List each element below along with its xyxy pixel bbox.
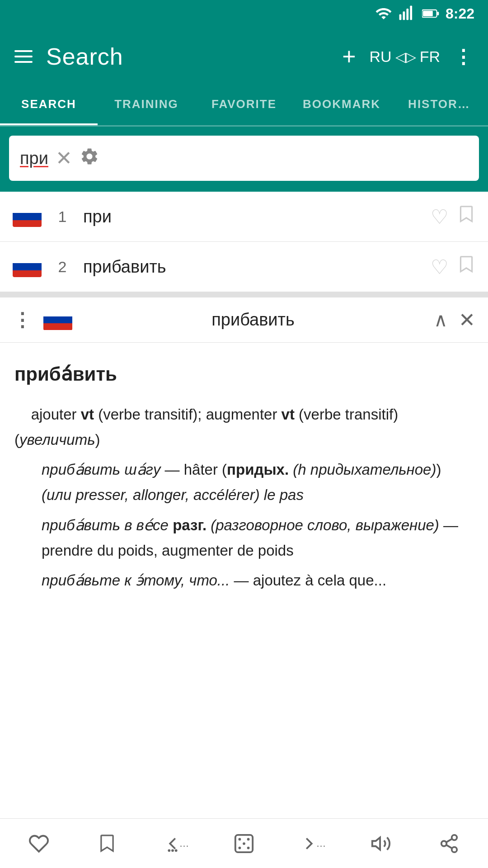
detail-header: ⋮ прибавить ∧ ✕ xyxy=(0,297,488,343)
detail-flag-ru xyxy=(43,310,72,330)
svg-marker-17 xyxy=(372,837,380,849)
result-actions-1: ♡ xyxy=(431,204,475,229)
menu-button[interactable] xyxy=(14,50,33,63)
bottom-favorite-button[interactable] xyxy=(21,833,57,854)
tab-bookmark[interactable]: BOOKMARK xyxy=(293,86,390,125)
search-query[interactable]: при xyxy=(20,149,48,168)
flag-ru-1 xyxy=(13,206,42,227)
bookmark-button-2[interactable] xyxy=(457,255,475,279)
def-example-3: приба́вьте к э́тому, что... — ajoutez à … xyxy=(42,568,474,593)
result-num-2: 2 xyxy=(52,258,72,276)
tab-favorite[interactable]: FAVORITE xyxy=(195,86,293,125)
bottom-back-button[interactable]: … xyxy=(158,833,194,854)
bottom-bar: … … xyxy=(0,818,488,868)
search-settings-button[interactable] xyxy=(80,146,99,170)
result-item-1[interactable]: 1 при ♡ xyxy=(0,192,488,242)
svg-point-14 xyxy=(243,842,245,845)
flag-ru-2 xyxy=(13,256,42,277)
def-headword: приба́вить xyxy=(14,359,474,389)
def-body: ajouter vt (verbe transitif); augmenter … xyxy=(14,402,474,593)
svg-rect-3 xyxy=(410,6,412,20)
search-box: при ✕ xyxy=(9,136,479,181)
definition-content: приба́вить ajouter vt (verbe transitif);… xyxy=(0,343,488,616)
svg-point-20 xyxy=(452,847,457,852)
svg-rect-2 xyxy=(406,9,408,20)
bottom-bookmark-button[interactable] xyxy=(89,833,125,854)
def-main: ajouter vt (verbe transitif); augmenter … xyxy=(14,402,474,453)
svg-point-19 xyxy=(441,841,447,846)
more-options-button[interactable]: ⋮ xyxy=(454,46,474,68)
signal-icon xyxy=(399,5,416,22)
svg-point-13 xyxy=(247,838,250,840)
battery-icon xyxy=(422,5,439,22)
svg-point-8 xyxy=(171,849,174,852)
status-time: 8:22 xyxy=(446,5,474,22)
lang-from: RU xyxy=(370,48,392,66)
def-example-1: приба́вить ша́гу — hâter (придых. (h при… xyxy=(42,457,474,508)
result-word-1: при xyxy=(83,207,420,226)
detail-panel: ⋮ прибавить ∧ ✕ приба́вить ajouter vt (v… xyxy=(0,297,488,616)
tab-training[interactable]: TRAINING xyxy=(98,86,195,125)
svg-rect-1 xyxy=(403,11,405,20)
svg-point-15 xyxy=(239,846,241,849)
status-bar: 8:22 xyxy=(0,0,488,27)
add-button[interactable]: + xyxy=(342,43,356,70)
detail-more-button[interactable]: ⋮ xyxy=(13,312,33,328)
svg-point-10 xyxy=(174,849,177,852)
lang-arrow-icon: ◁▷ xyxy=(395,49,416,65)
svg-point-16 xyxy=(247,846,250,849)
tabs-bar: SEARCH TRAINING FAVORITE BOOKMARK HISTOR… xyxy=(0,86,488,127)
status-icons: 8:22 xyxy=(375,5,474,22)
app-bar: Search + RU ◁▷ FR ⋮ xyxy=(0,27,488,86)
tab-history[interactable]: HISTOR… xyxy=(390,86,488,125)
svg-point-18 xyxy=(452,835,457,840)
svg-rect-6 xyxy=(437,12,439,15)
favorite-button-1[interactable]: ♡ xyxy=(431,205,448,228)
favorite-button-2[interactable]: ♡ xyxy=(431,255,448,278)
wifi-icon xyxy=(375,5,392,22)
result-num-1: 1 xyxy=(52,208,72,226)
bottom-volume-button[interactable] xyxy=(363,833,399,854)
detail-separator xyxy=(0,292,488,297)
results-list: 1 при ♡ 2 прибавить ♡ xyxy=(0,192,488,292)
detail-close-button[interactable]: ✕ xyxy=(459,308,475,331)
svg-line-21 xyxy=(446,844,452,848)
svg-line-22 xyxy=(446,839,452,842)
bookmark-button-1[interactable] xyxy=(457,204,475,229)
def-example-2: приба́вить в ве́се разг. (разговорное сл… xyxy=(42,513,474,563)
detail-collapse-button[interactable]: ∧ xyxy=(434,309,448,331)
search-clear-button[interactable]: ✕ xyxy=(56,148,72,168)
tab-search[interactable]: SEARCH xyxy=(0,86,98,125)
bottom-share-button[interactable] xyxy=(431,833,467,854)
bottom-dice-button[interactable] xyxy=(226,833,262,854)
language-selector[interactable]: RU ◁▷ FR xyxy=(370,48,440,66)
svg-rect-0 xyxy=(399,14,402,20)
app-title: Search xyxy=(46,43,328,70)
result-actions-2: ♡ xyxy=(431,255,475,279)
result-word-2: прибавить xyxy=(83,257,420,277)
result-item-2[interactable]: 2 прибавить ♡ xyxy=(0,242,488,292)
search-box-container: при ✕ xyxy=(0,127,488,192)
svg-rect-5 xyxy=(423,11,433,16)
app-bar-actions: + RU ◁▷ FR ⋮ xyxy=(342,43,474,70)
detail-word-title: прибавить xyxy=(83,310,423,330)
bottom-forward-button[interactable]: … xyxy=(294,833,330,854)
lang-to: FR xyxy=(420,48,440,66)
svg-point-12 xyxy=(239,838,241,840)
svg-point-9 xyxy=(168,849,170,852)
